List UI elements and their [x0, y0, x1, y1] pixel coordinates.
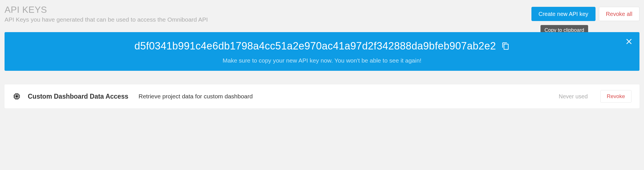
api-key-row: d5f0341b991c4e6db1798a4cc51a2e970ac41a97… [14, 40, 630, 52]
api-key-description: Retrieve project data for custom dashboa… [138, 93, 253, 100]
page-subtitle: API Keys you have generated that can be … [5, 16, 531, 23]
create-api-key-button[interactable]: Create new API key [531, 7, 596, 21]
chip-icon [12, 92, 21, 101]
api-key-name: Custom Dashboard Data Access [28, 93, 128, 100]
new-api-key-alert: d5f0341b991c4e6db1798a4cc51a2e970ac41a97… [5, 32, 639, 71]
api-key-status: Never used [559, 93, 588, 100]
svg-rect-3 [16, 96, 18, 97]
close-icon[interactable] [625, 38, 633, 45]
api-key-value: d5f0341b991c4e6db1798a4cc51a2e970ac41a97… [134, 40, 496, 52]
page-title: API KEYS [5, 5, 531, 15]
alert-subtext: Make sure to copy your new API key now. … [14, 57, 630, 64]
header-actions: Create new API key Revoke all Copy to cl… [531, 7, 639, 21]
page-header: API KEYS API Keys you have generated tha… [5, 5, 639, 23]
revoke-button[interactable]: Revoke [600, 90, 632, 103]
header-text-block: API KEYS API Keys you have generated tha… [5, 5, 531, 23]
copy-icon[interactable] [502, 42, 510, 50]
revoke-all-button[interactable]: Revoke all [599, 7, 639, 21]
api-key-item: Custom Dashboard Data Access Retrieve pr… [5, 84, 639, 108]
